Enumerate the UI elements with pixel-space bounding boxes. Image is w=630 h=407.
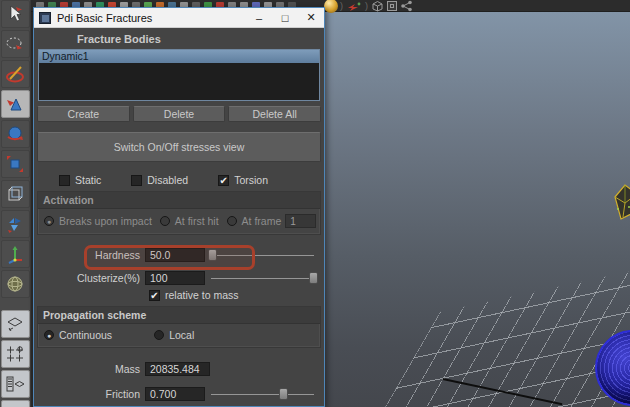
- list-item[interactable]: Dynamic1: [39, 50, 319, 63]
- friction-label: Friction: [37, 388, 145, 400]
- checkbox-box[interactable]: ✔: [218, 175, 229, 186]
- radio-label: Local: [169, 329, 194, 341]
- continuous-radio[interactable]: ● Continuous: [44, 329, 112, 341]
- paint-select-icon: [5, 64, 25, 84]
- radio-circle[interactable]: ●: [44, 330, 54, 340]
- activation-options-row: ● Breaks upon impact At first hit At fra…: [38, 209, 320, 234]
- window-titlebar[interactable]: Pdi Basic Fractures – □ ✕: [34, 8, 324, 28]
- close-button[interactable]: ✕: [298, 8, 324, 27]
- select-tool-button[interactable]: [1, 0, 30, 28]
- layout-single-icon: [5, 314, 25, 334]
- rotate-tool-button[interactable]: [1, 120, 30, 148]
- frame-icon[interactable]: [387, 1, 397, 11]
- clusterize-row: Clusterize(%) 100: [37, 270, 321, 286]
- list-buttons-row: Create Delete Delete All: [37, 106, 321, 122]
- radio-circle[interactable]: [160, 216, 170, 226]
- layout-four-pane-button[interactable]: [1, 340, 30, 368]
- activation-header: Activation: [38, 192, 320, 209]
- window-title: Pdi Basic Fractures: [57, 12, 246, 24]
- lasso-tool-button[interactable]: [1, 30, 30, 58]
- clusterize-slider[interactable]: [211, 271, 314, 285]
- separator: ): [340, 1, 343, 11]
- radio-label: Continuous: [59, 329, 112, 341]
- layout-four-icon: [5, 344, 25, 364]
- dialog-body: Fracture Bodies Dynamic1 Create Delete D…: [34, 28, 324, 407]
- create-button[interactable]: Create: [37, 106, 130, 122]
- slider-handle[interactable]: [279, 388, 288, 400]
- breaks-upon-impact-radio[interactable]: ● Breaks upon impact: [44, 215, 152, 227]
- local-radio[interactable]: Local: [154, 329, 194, 341]
- toolbox: [0, 0, 31, 407]
- app-icon: [39, 12, 51, 24]
- disabled-checkbox[interactable]: Disabled: [131, 174, 188, 186]
- torsion-checkbox[interactable]: ✔ Torsion: [218, 174, 268, 186]
- activation-section: Activation ● Breaks upon impact At first…: [37, 191, 321, 235]
- mass-input[interactable]: 20835.484: [145, 362, 210, 376]
- separator: ): [365, 1, 368, 11]
- checkbox-label: Torsion: [234, 174, 268, 186]
- layout-graph-button[interactable]: [1, 400, 30, 407]
- layout-single-pane-button[interactable]: [1, 310, 30, 338]
- paint-select-tool-button[interactable]: [1, 60, 30, 88]
- radio-label: At frame: [242, 215, 282, 227]
- globe-tool-button[interactable]: [1, 270, 30, 298]
- static-checkbox[interactable]: Static: [59, 174, 101, 186]
- soft-mod-tool-button[interactable]: [1, 240, 30, 268]
- radio-circle[interactable]: [227, 216, 237, 226]
- delete-all-button[interactable]: Delete All: [228, 106, 321, 122]
- radio-circle[interactable]: [154, 330, 164, 340]
- screen: ) ): [0, 0, 630, 407]
- share-icon[interactable]: [400, 0, 413, 12]
- move-tool-icon: [5, 94, 25, 114]
- fractured-box-object[interactable]: [611, 183, 630, 235]
- minimize-button[interactable]: –: [246, 8, 272, 27]
- propagation-options-row: ● Continuous Local: [38, 324, 320, 347]
- slider-handle[interactable]: [208, 249, 217, 261]
- fracture-bodies-header: Fracture Bodies: [37, 30, 321, 48]
- universal-manipulator-icon: [5, 184, 25, 204]
- statusbar-right-icons: ) ): [340, 0, 413, 12]
- fracture-bodies-list[interactable]: Dynamic1: [38, 49, 320, 101]
- move-tool-button[interactable]: [1, 90, 30, 118]
- checkbox-box[interactable]: ✔: [149, 290, 160, 301]
- pdi-basic-fractures-window: Pdi Basic Fractures – □ ✕ Fracture Bodie…: [33, 7, 325, 407]
- checkbox-box[interactable]: [131, 175, 142, 186]
- poly-cluster-tool-button[interactable]: [1, 210, 30, 238]
- cube-icon[interactable]: [371, 0, 384, 12]
- checkbox-box[interactable]: [59, 175, 70, 186]
- checkbox-label: Disabled: [147, 174, 188, 186]
- maximize-button[interactable]: □: [272, 8, 298, 27]
- clusterize-label: Clusterize(%): [37, 272, 145, 284]
- layout-outliner-button[interactable]: [1, 370, 30, 398]
- at-frame-radio[interactable]: At frame: [227, 215, 282, 227]
- hardness-input[interactable]: 50.0: [145, 248, 205, 262]
- clusterize-input[interactable]: 100: [145, 271, 205, 285]
- hardness-slider[interactable]: [211, 248, 314, 262]
- scale-tool-button[interactable]: [1, 150, 30, 178]
- slider-handle[interactable]: [309, 272, 318, 284]
- viewport-canvas[interactable]: [325, 12, 630, 407]
- axis-manipulator-icon: [5, 244, 25, 264]
- friction-input[interactable]: 0.700: [145, 387, 205, 401]
- friction-slider[interactable]: [211, 387, 314, 401]
- rotate-tool-icon: [5, 124, 25, 144]
- poly-cluster-icon: [5, 214, 25, 234]
- flags-row: Static Disabled ✔ Torsion: [37, 174, 321, 186]
- relative-to-mass-checkbox[interactable]: ✔ relative to mass: [149, 289, 239, 301]
- relative-to-mass-row: ✔ relative to mass: [37, 289, 321, 301]
- at-frame-input[interactable]: 1: [285, 214, 316, 228]
- propagation-header: Propagation scheme: [38, 307, 320, 324]
- checkbox-label: relative to mass: [165, 289, 239, 301]
- delete-button[interactable]: Delete: [133, 106, 226, 122]
- snap-icon[interactable]: [346, 1, 362, 12]
- friction-row: Friction 0.700: [37, 386, 321, 402]
- mass-label: Mass: [37, 363, 145, 375]
- radio-label: Breaks upon impact: [59, 215, 152, 227]
- radio-circle[interactable]: ●: [44, 216, 54, 226]
- switch-stresses-button[interactable]: Switch On/Off stresses view: [37, 132, 321, 162]
- lasso-icon: [5, 34, 25, 54]
- universal-manipulator-button[interactable]: [1, 180, 30, 208]
- radio-label: At first hit: [175, 215, 219, 227]
- select-arrow-icon: [5, 4, 25, 24]
- at-first-hit-radio[interactable]: At first hit: [160, 215, 219, 227]
